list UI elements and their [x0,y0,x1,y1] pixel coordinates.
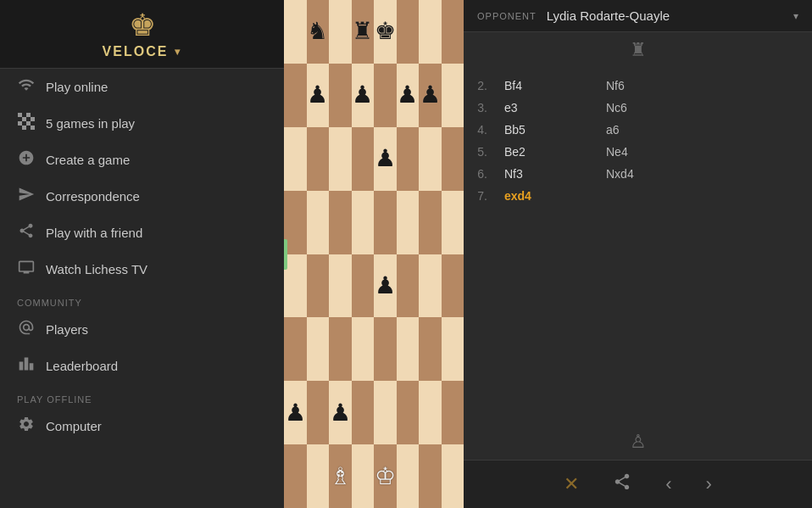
forward-button[interactable]: › [706,473,712,495]
square-2-7[interactable] [442,127,464,191]
move-white[interactable]: Bf4 [494,75,596,97]
square-2-0[interactable] [284,127,307,191]
move-white[interactable]: Be2 [494,141,596,163]
square-2-2[interactable] [329,127,352,191]
opponent-chevron-icon[interactable]: ▾ [793,10,798,22]
chess-board-area[interactable]: ♞♜♚♟♟♟♟♟♟♟♟♗♔ [284,0,464,508]
chess-piece: ♔ [375,465,396,488]
turn-indicator [284,239,287,270]
square-4-6[interactable] [419,254,442,318]
square-1-4[interactable] [374,64,397,127]
sidebar-item-leaderboard[interactable]: Leaderboard [0,348,284,384]
square-0-7[interactable] [442,0,464,64]
square-6-7[interactable] [442,381,464,444]
sidebar-item-games-in-play[interactable]: 5 games in play [0,105,284,142]
square-0-0[interactable] [284,0,307,64]
square-1-5[interactable]: ♟ [397,64,420,127]
square-4-4[interactable]: ♟ [374,254,397,318]
square-3-6[interactable] [419,191,442,254]
square-0-4[interactable]: ♚ [374,0,397,64]
square-7-7[interactable] [442,444,464,508]
move-white[interactable]: Bb5 [494,119,596,141]
square-7-1[interactable] [307,444,330,508]
square-5-2[interactable] [329,317,352,381]
move-black[interactable]: a6 [596,119,812,141]
games-in-play-label: 5 games in play [46,116,267,131]
move-black[interactable] [596,185,812,207]
square-6-0[interactable]: ♟ [284,381,307,444]
back-button[interactable]: ‹ [665,473,671,495]
square-5-7[interactable] [442,317,464,381]
square-0-6[interactable] [419,0,442,64]
square-3-2[interactable] [329,191,352,254]
move-row: 4.Bb5a6 [464,119,812,141]
sidebar-item-play-online[interactable]: Play online [0,69,284,105]
square-6-5[interactable] [397,381,420,444]
square-4-7[interactable] [442,254,464,318]
square-0-3[interactable]: ♜ [352,0,375,64]
square-5-6[interactable] [419,317,442,381]
square-6-4[interactable] [374,381,397,444]
square-6-3[interactable] [352,381,375,444]
square-1-0[interactable] [284,64,307,127]
square-5-3[interactable] [352,317,375,381]
square-5-5[interactable] [397,317,420,381]
square-1-3[interactable]: ♟ [352,64,375,127]
square-3-1[interactable] [307,191,330,254]
move-black[interactable]: Ne4 [596,141,812,163]
square-1-1[interactable]: ♟ [307,64,330,127]
square-7-4[interactable]: ♔ [374,444,397,508]
square-7-6[interactable] [419,444,442,508]
move-white[interactable]: Nf3 [494,163,596,185]
tv-icon [17,259,36,280]
checkerboard-icon [17,113,36,134]
square-2-3[interactable] [352,127,375,191]
square-1-2[interactable] [329,64,352,127]
sidebar-item-computer[interactable]: Computer [0,408,284,444]
computer-label: Computer [46,419,267,433]
square-5-1[interactable] [307,317,330,381]
correspondence-label: Correspondence [46,189,267,204]
square-5-4[interactable] [374,317,397,381]
square-6-2[interactable]: ♟ [329,381,352,444]
square-2-5[interactable] [397,127,420,191]
sidebar-item-players[interactable]: Players [0,311,284,348]
square-4-2[interactable] [329,254,352,318]
sidebar-item-correspondence[interactable]: Correspondence [0,178,284,215]
move-white[interactable]: e3 [494,97,596,119]
square-1-7[interactable] [442,64,464,127]
square-3-7[interactable] [442,191,464,254]
square-0-5[interactable] [397,0,420,64]
app-title-bar[interactable]: VELOCE ▾ [103,44,182,59]
square-4-5[interactable] [397,254,420,318]
resign-button[interactable]: ✕ [564,473,579,495]
move-white[interactable]: exd4 [494,185,596,207]
move-number: 5. [464,141,494,163]
move-black[interactable]: Nc6 [596,97,812,119]
square-5-0[interactable] [284,317,307,381]
square-3-3[interactable] [352,191,375,254]
square-7-0[interactable] [284,444,307,508]
square-0-1[interactable]: ♞ [307,0,330,64]
sidebar-item-play-friend[interactable]: Play with a friend [0,215,284,251]
square-2-1[interactable] [307,127,330,191]
square-7-2[interactable]: ♗ [329,444,352,508]
square-3-4[interactable] [374,191,397,254]
square-4-3[interactable] [352,254,375,318]
square-6-6[interactable] [419,381,442,444]
square-2-6[interactable] [419,127,442,191]
square-1-6[interactable]: ♟ [419,64,442,127]
play-friend-label: Play with a friend [46,226,267,240]
square-0-2[interactable] [329,0,352,64]
square-3-5[interactable] [397,191,420,254]
square-7-5[interactable] [397,444,420,508]
sidebar-item-create-game[interactable]: Create a game [0,142,284,178]
square-7-3[interactable] [352,444,375,508]
move-black[interactable]: Nxd4 [596,163,812,185]
square-2-4[interactable]: ♟ [374,127,397,191]
square-6-1[interactable] [307,381,330,444]
square-4-1[interactable] [307,254,330,318]
move-black[interactable]: Nf6 [596,75,812,97]
share-button[interactable] [613,472,631,496]
sidebar-item-watch-tv[interactable]: Watch Lichess TV [0,251,284,287]
